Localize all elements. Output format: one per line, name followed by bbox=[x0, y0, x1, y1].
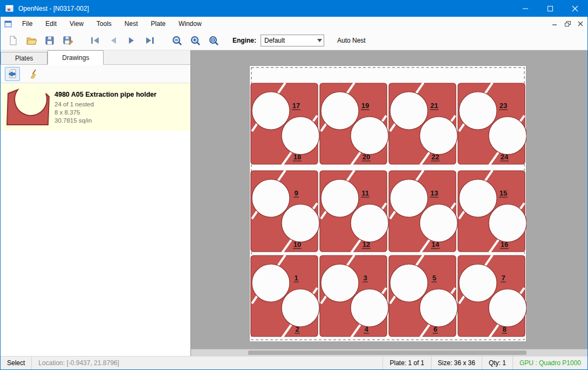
nested-part-pair[interactable]: 34 bbox=[320, 255, 388, 338]
chevron-down-icon bbox=[315, 39, 324, 42]
pipe-notch bbox=[252, 264, 290, 302]
pipe-notch bbox=[351, 117, 388, 154]
part-number-label: 11 bbox=[361, 189, 369, 197]
scrollbar-thumb[interactable] bbox=[248, 351, 527, 355]
mdi-close-icon[interactable] bbox=[575, 18, 586, 29]
nested-part-pair[interactable]: 1516 bbox=[458, 170, 527, 253]
import-drawing-button[interactable] bbox=[5, 67, 20, 81]
pipe-notch bbox=[420, 204, 457, 242]
close-button[interactable] bbox=[563, 1, 587, 17]
part-number-label: 17 bbox=[292, 102, 300, 110]
nested-part-pair[interactable]: 1314 bbox=[389, 170, 457, 253]
first-plate-button[interactable] bbox=[87, 32, 103, 49]
tab-plates[interactable]: Plates bbox=[1, 52, 47, 64]
pipe-notch bbox=[252, 92, 290, 130]
pipe-notch bbox=[390, 179, 428, 217]
left-panel: Plates Drawings bbox=[1, 50, 191, 356]
mdi-restore-icon[interactable] bbox=[562, 18, 573, 29]
last-plate-button[interactable] bbox=[142, 32, 158, 49]
zoom-fit-button[interactable] bbox=[206, 32, 222, 49]
drawing-title: 4980 A05 Extraction pipe holder bbox=[54, 91, 156, 98]
plate-canvas[interactable]: 171819202122232491011121314151612345678 bbox=[249, 65, 527, 342]
auto-nest-button[interactable]: Auto Nest bbox=[337, 37, 366, 44]
menu-file[interactable]: File bbox=[16, 17, 39, 31]
menu-window[interactable]: Window bbox=[172, 17, 208, 31]
nested-part-pair[interactable]: 2122 bbox=[389, 83, 457, 165]
status-plate: Plate: 1 of 1 bbox=[382, 356, 430, 369]
zoom-out-button[interactable] bbox=[169, 32, 185, 49]
menu-tools[interactable]: Tools bbox=[90, 17, 118, 31]
next-plate-icon bbox=[126, 35, 137, 46]
drawing-list-item[interactable]: 4980 A05 Extraction pipe holder 24 of 1 … bbox=[1, 83, 190, 131]
maximize-button[interactable] bbox=[538, 1, 563, 17]
previous-plate-icon bbox=[108, 35, 119, 46]
part-number-label: 4 bbox=[364, 325, 368, 333]
zoom-in-button[interactable] bbox=[187, 32, 203, 49]
nested-part-pair[interactable]: 1112 bbox=[320, 170, 388, 253]
minimize-button[interactable] bbox=[513, 1, 538, 17]
broom-icon bbox=[29, 69, 39, 79]
save-button[interactable] bbox=[42, 32, 58, 49]
menu-edit[interactable]: Edit bbox=[39, 17, 63, 31]
pipe-notch bbox=[489, 204, 527, 242]
next-plate-button[interactable] bbox=[124, 32, 140, 49]
pipe-notch bbox=[390, 92, 428, 130]
save-icon bbox=[44, 35, 55, 46]
part-number-label: 5 bbox=[432, 274, 436, 282]
nested-part-pair[interactable]: 2324 bbox=[458, 83, 527, 165]
pipe-notch bbox=[321, 264, 359, 302]
engine-value: Default bbox=[261, 37, 315, 44]
part-number-label: 18 bbox=[293, 153, 301, 161]
status-qty: Qty: 1 bbox=[482, 356, 512, 369]
open-file-button[interactable] bbox=[23, 32, 39, 49]
zoom-out-icon bbox=[172, 35, 182, 46]
part-number-label: 13 bbox=[430, 189, 438, 197]
engine-select[interactable]: Default bbox=[261, 35, 324, 46]
engine-label: Engine: bbox=[233, 37, 256, 44]
menu-view[interactable]: View bbox=[63, 17, 90, 31]
part-number-label: 15 bbox=[500, 189, 507, 197]
part-number-label: 3 bbox=[363, 274, 367, 282]
tab-drawings[interactable]: Drawings bbox=[47, 50, 104, 65]
part-number-label: 14 bbox=[432, 240, 440, 248]
pipe-notch bbox=[351, 204, 388, 242]
pipe-notch bbox=[459, 264, 497, 302]
pipe-notch bbox=[390, 264, 428, 302]
mdi-minimize-icon[interactable] bbox=[549, 18, 560, 29]
app-window: OpenNest - [N0317-002] File Edit View To… bbox=[0, 0, 588, 370]
nested-part-pair[interactable]: 56 bbox=[389, 255, 457, 338]
part-thumbnail bbox=[1, 86, 54, 128]
pipe-notch bbox=[420, 289, 457, 327]
previous-plate-button[interactable] bbox=[105, 32, 121, 49]
part-number-label: 22 bbox=[432, 153, 439, 161]
part-number-label: 20 bbox=[363, 153, 370, 161]
window-title: OpenNest - [N0317-002] bbox=[18, 5, 89, 12]
drawing-dimensions: 8 x 8.375 bbox=[54, 109, 156, 117]
nested-part-pair[interactable]: 1718 bbox=[251, 83, 319, 165]
part-number-label: 8 bbox=[502, 325, 506, 333]
new-file-button[interactable] bbox=[5, 32, 21, 49]
menu-nest[interactable]: Nest bbox=[118, 17, 145, 31]
pipe-notch bbox=[351, 289, 388, 327]
last-plate-icon bbox=[145, 35, 155, 46]
nesting-canvas[interactable]: 171819202122232491011121314151612345678 bbox=[191, 50, 587, 356]
clear-button[interactable] bbox=[26, 67, 42, 81]
drawing-area: 30.7815 sq/in bbox=[54, 117, 156, 125]
nested-part-pair[interactable]: 910 bbox=[251, 170, 319, 253]
nested-part-pair[interactable]: 78 bbox=[458, 255, 527, 338]
part-number-label: 10 bbox=[293, 240, 301, 248]
app-icon bbox=[5, 4, 14, 13]
part-number-label: 24 bbox=[501, 153, 509, 161]
pipe-notch bbox=[282, 204, 319, 242]
pipe-notch bbox=[321, 92, 359, 130]
menu-plate[interactable]: Plate bbox=[145, 17, 172, 31]
part-number-label: 9 bbox=[294, 189, 298, 197]
drawing-nested-count: 24 of 1 nested bbox=[54, 100, 156, 109]
horizontal-scrollbar[interactable] bbox=[191, 349, 587, 356]
title-bar: OpenNest - [N0317-002] bbox=[1, 1, 587, 17]
nested-part-pair[interactable]: 12 bbox=[251, 255, 319, 338]
import-drawing-icon bbox=[7, 69, 18, 79]
nested-part-pair[interactable]: 1920 bbox=[320, 83, 388, 165]
menu-bar: File Edit View Tools Nest Plate Window bbox=[1, 17, 587, 31]
save-edit-button[interactable] bbox=[60, 32, 76, 49]
